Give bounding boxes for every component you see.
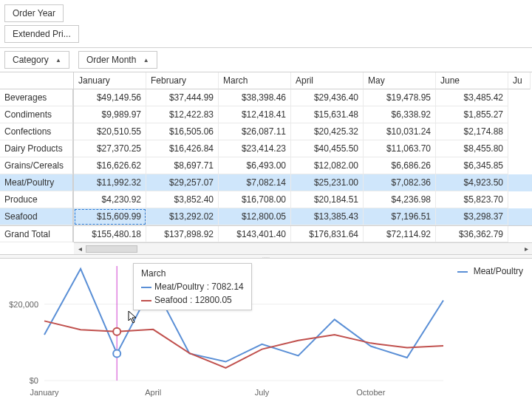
- svg-text:October: October: [356, 388, 385, 397]
- scroll-left-arrow-icon[interactable]: ◂: [74, 245, 86, 253]
- column-header[interactable]: June: [436, 72, 508, 89]
- svg-point-9: [113, 349, 120, 357]
- horizontal-scrollbar[interactable]: ◂ ▸: [74, 242, 532, 254]
- column-header[interactable]: Ju: [508, 72, 531, 89]
- table-row: $9,989.97$12,422.83$12,418.41$15,631.48$…: [74, 106, 532, 123]
- data-cell[interactable]: $40,455.50: [291, 140, 364, 157]
- data-cell[interactable]: $15,631.48: [291, 106, 364, 123]
- table-row: $27,370.25$16,426.84$23,414.23$40,455.50…: [74, 140, 532, 157]
- grand-total-cell: $143,401.40: [219, 226, 291, 242]
- field-chip-order-month-label: Order Month: [86, 55, 136, 65]
- data-cell[interactable]: $11,063.70: [364, 140, 436, 157]
- data-cell[interactable]: $23,414.23: [219, 140, 291, 157]
- row-header[interactable]: Beverages: [0, 89, 73, 106]
- field-chip-order-year[interactable]: Order Year: [4, 4, 64, 22]
- data-cell[interactable]: $10,031.24: [364, 123, 436, 140]
- table-row: $20,510.55$16,505.06$26,087.11$20,425.32…: [74, 123, 532, 140]
- data-cell[interactable]: $13,292.02: [146, 208, 219, 225]
- column-header[interactable]: March: [219, 72, 291, 89]
- data-cell[interactable]: $7,196.51: [364, 208, 436, 225]
- data-cell[interactable]: $6,686.26: [364, 157, 436, 174]
- row-header[interactable]: Dairy Products: [0, 140, 73, 157]
- chart-tooltip: MarchMeat/Poultry : 7082.14Seafood : 128…: [133, 263, 252, 310]
- data-cell[interactable]: $25,231.00: [291, 174, 364, 191]
- data-cell[interactable]: $3,852.40: [146, 191, 219, 208]
- data-cell[interactable]: $12,422.83: [146, 106, 219, 123]
- filter-field-area: Order Year Extended Pri...: [0, 0, 532, 48]
- data-cell[interactable]: $29,436.40: [291, 89, 364, 106]
- column-header[interactable]: April: [291, 72, 364, 89]
- tooltip-row: Seafood : 12800.05: [141, 295, 244, 305]
- tooltip-swatch-icon: [141, 287, 151, 288]
- data-cell[interactable]: $4,923.50: [436, 174, 508, 191]
- data-cell[interactable]: $2,174.88: [436, 123, 508, 140]
- data-cell[interactable]: $4,230.92: [74, 191, 146, 208]
- line-chart[interactable]: $0$20,000JanuaryAprilJulyOctober: [0, 259, 532, 399]
- data-cell[interactable]: $27,370.25: [74, 140, 146, 157]
- data-cell[interactable]: $29,257.07: [146, 174, 219, 191]
- table-row: $16,626.62$8,697.71$6,493.00$12,082.00$6…: [74, 157, 532, 174]
- table-row: $11,992.32$29,257.07$7,082.14$25,231.00$…: [74, 174, 532, 191]
- data-cell[interactable]: $7,082.36: [364, 174, 436, 191]
- data-cell[interactable]: $6,493.00: [219, 157, 291, 174]
- data-cell[interactable]: $12,082.00: [291, 157, 364, 174]
- svg-text:$20,000: $20,000: [9, 300, 38, 309]
- data-cell[interactable]: $15,609.99: [74, 208, 146, 225]
- row-header[interactable]: Seafood: [0, 208, 73, 225]
- data-cell[interactable]: $6,345.85: [436, 157, 508, 174]
- row-header[interactable]: Produce: [0, 191, 73, 208]
- data-cell[interactable]: $20,425.32: [291, 123, 364, 140]
- data-cell[interactable]: $12,800.05: [219, 208, 291, 225]
- data-cell[interactable]: $7,082.14: [219, 174, 291, 191]
- column-header[interactable]: January: [74, 72, 146, 89]
- data-cell[interactable]: $37,444.99: [146, 89, 219, 106]
- grand-total-row-header: Grand Total: [0, 225, 73, 242]
- column-header[interactable]: May: [364, 72, 436, 89]
- data-cell[interactable]: $8,455.80: [436, 140, 508, 157]
- data-cell[interactable]: $4,236.98: [364, 191, 436, 208]
- data-cell[interactable]: $3,485.42: [436, 89, 508, 106]
- data-cell[interactable]: $13,385.43: [291, 208, 364, 225]
- svg-text:$0: $0: [30, 376, 38, 385]
- column-header[interactable]: February: [146, 72, 219, 89]
- svg-text:July: July: [255, 388, 270, 397]
- data-cell[interactable]: $8,697.71: [146, 157, 219, 174]
- data-cell[interactable]: $1,855.27: [436, 106, 508, 123]
- data-cell[interactable]: $19,478.95: [364, 89, 436, 106]
- scroll-thumb[interactable]: [86, 245, 137, 253]
- data-cell[interactable]: $6,338.92: [364, 106, 436, 123]
- data-cell[interactable]: $3,298.37: [436, 208, 508, 225]
- data-cell[interactable]: $5,823.70: [436, 191, 508, 208]
- grand-total-cell: $72,114.92: [364, 226, 436, 242]
- data-cell[interactable]: $9,989.97: [74, 106, 146, 123]
- row-header[interactable]: Meat/Poultry: [0, 174, 73, 191]
- sort-asc-icon: ▲: [55, 57, 61, 64]
- tooltip-swatch-icon: [141, 300, 151, 301]
- data-cell[interactable]: $38,398.46: [219, 89, 291, 106]
- data-cell[interactable]: $12,418.41: [219, 106, 291, 123]
- data-cell[interactable]: $26,087.11: [219, 123, 291, 140]
- table-row: $15,609.99$13,292.02$12,800.05$13,385.43…: [74, 208, 532, 225]
- row-header[interactable]: Condiments: [0, 106, 73, 123]
- data-cell[interactable]: $16,505.06: [146, 123, 219, 140]
- field-chip-category-label: Category: [13, 55, 49, 65]
- data-cell[interactable]: $16,426.84: [146, 140, 219, 157]
- data-cell[interactable]: $11,992.32: [74, 174, 146, 191]
- data-cell[interactable]: $16,708.00: [219, 191, 291, 208]
- data-cell[interactable]: $49,149.56: [74, 89, 146, 106]
- field-chip-extended-price[interactable]: Extended Pri...: [4, 25, 79, 43]
- chart-legend: Meat/Poultry: [457, 266, 523, 276]
- field-chip-category[interactable]: Category ▲: [4, 51, 69, 69]
- legend-label: Meat/Poultry: [474, 266, 523, 276]
- field-chip-order-month[interactable]: Order Month ▲: [78, 51, 157, 69]
- data-cell[interactable]: $20,184.51: [291, 191, 364, 208]
- data-cell[interactable]: $16,626.62: [74, 157, 146, 174]
- row-header[interactable]: Confections: [0, 123, 73, 140]
- row-header[interactable]: Grains/Cereals: [0, 157, 73, 174]
- tooltip-title: March: [141, 268, 244, 279]
- grand-total-cell: $36,362.79: [436, 226, 508, 242]
- grand-total-row: $155,480.18$137,898.92$143,401.40$176,83…: [74, 225, 532, 242]
- scroll-right-arrow-icon[interactable]: ▸: [520, 245, 532, 253]
- scroll-track[interactable]: [86, 245, 520, 253]
- data-cell[interactable]: $20,510.55: [74, 123, 146, 140]
